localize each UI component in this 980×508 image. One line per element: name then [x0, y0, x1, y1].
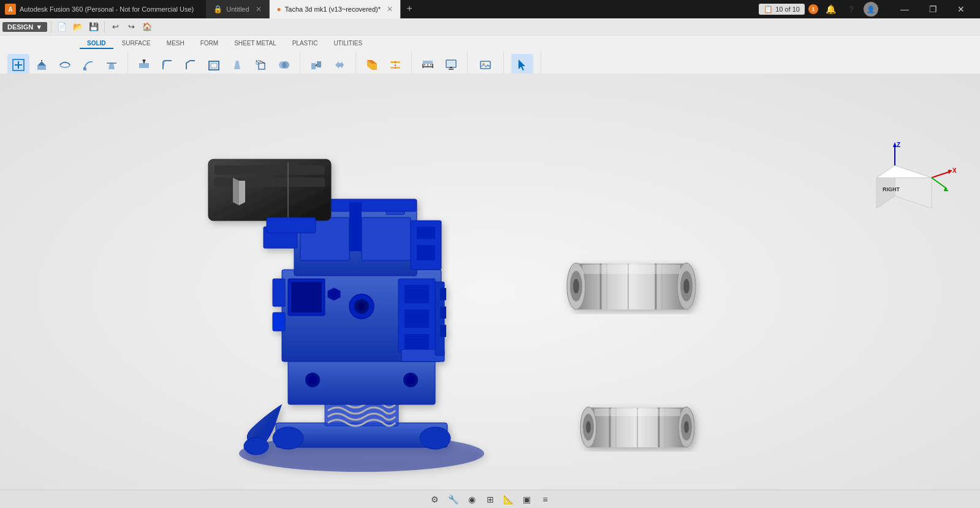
tool-midplane[interactable]	[384, 54, 406, 76]
svg-point-83	[358, 303, 365, 310]
user-avatar[interactable]: 👤	[864, 2, 878, 17]
tool-new-component[interactable]	[7, 54, 29, 76]
close-button[interactable]: ✕	[947, 0, 975, 18]
status-icon-1[interactable]: ⚙	[428, 493, 442, 506]
3d-model-view: RIGHT Z X	[0, 74, 980, 508]
svg-rect-69	[349, 202, 362, 251]
tool-extrude[interactable]	[31, 54, 53, 76]
statusbar: ⚙ 🔧 ◉ ⊞ 📐 ▣ ≡	[0, 490, 980, 508]
tab-solid[interactable]: SOLID	[80, 39, 113, 49]
help-icon[interactable]: ?	[843, 1, 860, 18]
tab-sheetmetal[interactable]: SHEET METAL	[227, 39, 284, 49]
notification-bell[interactable]: 🔔	[822, 1, 839, 18]
tool-chamfer[interactable]	[180, 54, 202, 76]
tab-plastic[interactable]: PLASTIC	[285, 39, 325, 49]
toolbar-row1: DESIGN ▼ 📄 📂 💾 ↩ ↪ 🏠	[0, 18, 980, 36]
tab-untitled[interactable]: 🔒 Untitled ✕	[206, 0, 269, 18]
group-modify-icons	[133, 54, 295, 76]
svg-marker-15	[234, 61, 240, 69]
svg-rect-38	[447, 61, 455, 66]
tool-loft[interactable]	[101, 54, 123, 76]
tool-offset-plane[interactable]	[361, 54, 383, 76]
tool-revolve[interactable]	[54, 54, 76, 76]
redo-button[interactable]: ↪	[124, 20, 138, 34]
tab-mesh[interactable]: MESH	[159, 39, 192, 49]
tool-display[interactable]	[440, 54, 462, 76]
status-icon-6[interactable]: ▣	[520, 493, 534, 506]
status-icon-2[interactable]: 🔧	[447, 493, 460, 506]
notification-badge[interactable]: 1	[808, 4, 818, 14]
svg-rect-57	[291, 282, 322, 313]
group-select-icons	[511, 54, 533, 76]
tab-bar: 🔒 Untitled ✕ ● Tacha 3d mk1 (v13~recover…	[206, 0, 878, 18]
svg-rect-60	[405, 285, 429, 303]
status-icon-5[interactable]: 📐	[502, 493, 515, 506]
svg-rect-62	[405, 334, 429, 349]
group-construct-icons	[361, 54, 406, 76]
svg-rect-10	[139, 63, 149, 68]
svg-rect-87	[440, 288, 446, 300]
svg-rect-61	[405, 309, 429, 328]
tab-untitled-label: Untitled	[226, 6, 249, 13]
svg-point-64	[244, 438, 268, 455]
new-file-button[interactable]: 📄	[55, 20, 69, 34]
titlebar-left: A Autodesk Fusion 360 (Personal - Not fo…	[5, 4, 194, 15]
svg-rect-80	[267, 218, 316, 233]
save-file-button[interactable]: 💾	[87, 20, 101, 34]
tool-sweep[interactable]	[77, 54, 99, 76]
minimize-button[interactable]: —	[891, 0, 919, 18]
tab-form[interactable]: FORM	[193, 39, 226, 49]
svg-text:RIGHT: RIGHT	[883, 186, 900, 192]
tab-tacha[interactable]: ● Tacha 3d mk1 (v13~recovered)* ✕	[270, 0, 401, 18]
svg-marker-58	[328, 288, 340, 300]
tool-scale[interactable]	[249, 54, 272, 76]
design-dropdown-arrow: ▼	[36, 23, 42, 31]
tool-insert-image[interactable]	[474, 54, 496, 76]
tool-shell[interactable]	[203, 54, 225, 76]
toolbar-tabs: SOLID SURFACE MESH FORM SHEET METAL PLAS…	[0, 36, 980, 49]
tab-utilities[interactable]: UTILITIES	[326, 39, 370, 49]
tool-joint[interactable]	[305, 54, 327, 76]
home-button[interactable]: 🏠	[140, 20, 154, 34]
status-icon-3[interactable]: ◉	[465, 493, 479, 506]
tab-tacha-label: Tacha 3d mk1 (v13~recovered)*	[285, 6, 381, 13]
app-title: Autodesk Fusion 360 (Personal - Not for …	[20, 6, 194, 13]
design-mode-button[interactable]: DESIGN ▼	[2, 22, 47, 32]
page-count: 📋 10 of 10	[759, 4, 805, 15]
status-icon-7[interactable]: ≡	[539, 493, 552, 506]
svg-text:X: X	[952, 167, 957, 174]
svg-rect-89	[440, 325, 446, 337]
svg-rect-85	[273, 313, 285, 331]
svg-marker-12	[142, 59, 146, 63]
tool-fillet[interactable]	[156, 54, 178, 76]
svg-point-54	[406, 376, 415, 384]
tab-surface[interactable]: SURFACE	[115, 39, 158, 49]
svg-rect-115	[594, 409, 680, 416]
tool-draft[interactable]	[226, 54, 248, 76]
svg-point-47	[273, 427, 303, 449]
titlebar: A Autodesk Fusion 360 (Personal - Not fo…	[0, 0, 980, 18]
group-insert-icons	[474, 54, 496, 76]
separator	[51, 21, 51, 33]
svg-point-21	[282, 61, 289, 69]
tab-untitled-close[interactable]: ✕	[256, 5, 262, 13]
tab-tacha-close[interactable]: ✕	[387, 5, 393, 13]
group-assemble-icons	[305, 54, 351, 76]
svg-rect-41	[481, 61, 490, 69]
tool-measure[interactable]	[417, 54, 439, 76]
tool-select[interactable]	[511, 54, 533, 76]
undo-button[interactable]: ↩	[108, 20, 122, 34]
status-icon-4[interactable]: ⊞	[484, 493, 497, 506]
open-file-button[interactable]: 📂	[71, 20, 85, 34]
svg-point-93	[573, 279, 579, 294]
tool-motion[interactable]	[329, 54, 351, 76]
viewport[interactable]: RIGHT Z X ⚙ 🔧 ◉ ⊞ 📐 ▣ ≡	[0, 74, 980, 508]
app-icon: A	[5, 4, 16, 15]
group-create-icons	[7, 54, 123, 76]
add-tab-button[interactable]: +	[401, 0, 418, 17]
tool-combine[interactable]	[273, 54, 295, 76]
maximize-button[interactable]: ❐	[919, 0, 947, 18]
svg-text:Z: Z	[897, 142, 900, 148]
svg-rect-3	[37, 66, 46, 70]
tool-press-pull[interactable]	[133, 54, 155, 76]
